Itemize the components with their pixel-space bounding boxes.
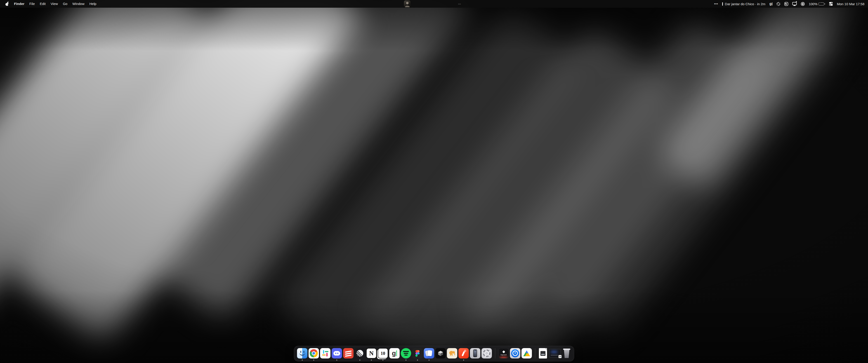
control-center-icon[interactable] [829, 2, 833, 6]
dock-item-todoist[interactable] [343, 348, 354, 359]
menu-edit[interactable]: Edit [37, 0, 48, 8]
running-dot [417, 360, 418, 361]
1password-menu-icon[interactable] [801, 2, 805, 6]
apple-logo-icon[interactable] [5, 2, 9, 6]
reminder-color-bar [722, 2, 723, 6]
dock-item-cursor[interactable] [435, 348, 446, 359]
dock-item-raycast[interactable]: raycast [498, 348, 509, 359]
dock-item-ivory[interactable] [447, 348, 458, 359]
spotify-icon [401, 348, 411, 359]
menu-window[interactable]: Window [70, 0, 87, 8]
running-dot [371, 360, 372, 361]
iphone-mirroring-icon [470, 348, 480, 359]
running-dot [313, 360, 314, 361]
ivory-mammoth-icon [447, 348, 457, 359]
running-dot [463, 360, 464, 361]
document-file-icon [539, 348, 547, 359]
granola-icon: g [389, 348, 400, 359]
dock-item-window-thumbnail[interactable]: 10 [548, 348, 561, 359]
dock-item-trash[interactable] [562, 348, 571, 359]
charging-bolt-icon [819, 2, 821, 4]
dock-item-linear[interactable] [354, 348, 365, 359]
raycast-diamond-icon [502, 350, 505, 353]
menu-bar-avatar[interactable] [404, 0, 410, 7]
chrome-icon [309, 348, 319, 359]
dock-item-notion[interactable]: N [366, 348, 377, 359]
notion-calendar-icon: 10 [378, 348, 388, 359]
craft-icon [424, 348, 434, 359]
dock-item-notion-calendar[interactable]: 10 [377, 348, 388, 359]
running-dot [360, 360, 360, 361]
menu-help[interactable]: Help [87, 0, 99, 8]
wallpaper-vignette [0, 0, 868, 363]
dock-item-granola[interactable]: g [389, 348, 400, 359]
app-menu-finder[interactable]: Finder [11, 0, 27, 8]
display-mirroring-icon[interactable] [792, 2, 797, 5]
running-dot [302, 360, 303, 361]
screenshot-app-menu-icon[interactable] [784, 2, 788, 6]
dock-item-figma[interactable] [412, 348, 423, 359]
running-dot [405, 360, 406, 361]
dock-separator [495, 348, 495, 359]
running-dot [336, 360, 337, 361]
discord-icon [332, 348, 342, 359]
minimized-window-thumbnail: 10 [549, 349, 561, 358]
running-dot [429, 360, 430, 361]
menu-go[interactable]: Go [60, 0, 70, 8]
dock-separator [535, 348, 535, 359]
dock-item-finder[interactable] [297, 348, 308, 359]
trash-icon [563, 349, 570, 358]
menu-bar-overflow-button[interactable]: ••• [714, 2, 718, 6]
menu-view[interactable]: View [48, 0, 60, 8]
desktop-wallpaper [0, 0, 868, 363]
finder-icon [297, 348, 307, 359]
menu-bar-reminder[interactable]: Dar jantar do Chico · in 2m [722, 2, 765, 6]
burst-menu-icon[interactable] [776, 2, 780, 6]
system-settings-gear-icon [482, 348, 492, 359]
slack-icon [320, 348, 331, 359]
dock-item-craft[interactable] [424, 348, 434, 359]
battery-percent: 100% [809, 2, 817, 6]
dock-item-google-drive[interactable] [521, 348, 532, 359]
dock-item-chrome[interactable] [308, 348, 319, 359]
menu-bar-status-area: ••• Dar jantar do Chico · in 2m g 100% M… [714, 2, 864, 6]
dock-item-iphone-mirroring[interactable] [470, 348, 480, 359]
figma-icon [412, 348, 423, 359]
1password-icon [510, 348, 520, 359]
dock-item-superhuman[interactable] [458, 348, 469, 359]
cursor-icon [435, 348, 446, 359]
linear-icon [355, 348, 365, 359]
google-drive-icon [522, 348, 532, 359]
menu-file[interactable]: File [27, 0, 37, 8]
notch-more-button[interactable]: ⋯ [458, 0, 461, 8]
granola-menu-icon[interactable]: g [770, 2, 772, 6]
menu-bar: Finder File Edit View Go Window Help •••… [0, 0, 868, 8]
reminder-text: Dar jantar do Chico · in 2m [725, 2, 765, 6]
dock-item-1password[interactable] [510, 348, 521, 359]
superhuman-icon [458, 348, 469, 359]
thumbnail-app-badge: 10 [558, 355, 562, 358]
dock-item-document-file[interactable] [538, 348, 548, 359]
todoist-icon [343, 348, 353, 359]
running-dot [382, 360, 383, 361]
dock-item-slack[interactable] [320, 348, 331, 359]
dock: N 10 g [294, 346, 574, 361]
granola-caret-icon [772, 2, 772, 5]
notion-icon: N [366, 348, 377, 359]
battery-status[interactable]: 100% [809, 2, 825, 6]
menu-bar-clock[interactable]: Mon 10 Mar 17:58 [837, 2, 864, 6]
dock-item-discord[interactable] [331, 348, 342, 359]
dock-item-system-settings[interactable] [481, 348, 492, 359]
dock-item-spotify[interactable] [401, 348, 411, 359]
raycast-icon: raycast [498, 348, 509, 359]
battery-icon [818, 2, 824, 5]
